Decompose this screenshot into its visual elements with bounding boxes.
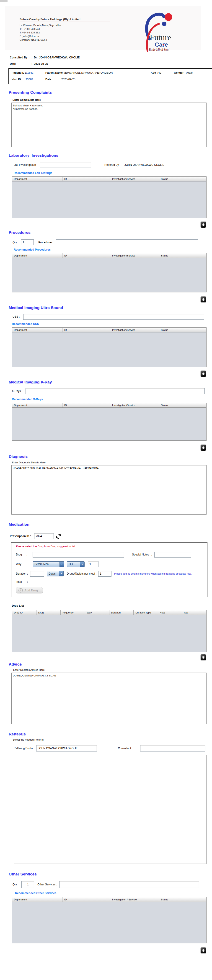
drug-col-drug[interactable]: Drug [37, 610, 61, 615]
other-col-id[interactable]: ID [63, 897, 110, 902]
delete-procedures-button[interactable] [201, 296, 206, 303]
procedures-col-department[interactable]: Department [12, 253, 63, 258]
special-notes-input[interactable] [154, 552, 191, 558]
diagnosis-label: Enter Diagnosis Details Here [12, 461, 212, 464]
drug-col-id[interactable]: Drug ID [12, 610, 37, 615]
other-services-input[interactable] [59, 881, 199, 888]
way-select[interactable]: Before Meal ▼ [33, 562, 64, 567]
xray-col-id[interactable]: ID [63, 403, 110, 407]
frequency-select[interactable]: OD ▼ [67, 562, 85, 567]
uss-col-status[interactable]: Status [159, 328, 206, 332]
duration-input[interactable] [30, 571, 44, 577]
xray-field-row: X-Rays : [12, 388, 212, 394]
lab-col-id[interactable]: ID [63, 177, 110, 181]
drug-input[interactable] [32, 552, 124, 558]
procedures-col-status[interactable]: Status [159, 253, 206, 258]
delete-xray-button[interactable] [201, 444, 206, 451]
reffered-by-label: Reffered By : [104, 163, 120, 167]
duration-unit-select[interactable]: Day/s ▼ [47, 571, 64, 576]
trash-icon [202, 223, 205, 226]
procedures-input[interactable] [56, 239, 198, 245]
times-input[interactable] [88, 561, 98, 567]
other-col-department[interactable]: Department [12, 897, 63, 902]
xray-input[interactable] [26, 388, 205, 394]
duration-unit-value: Day/s [47, 571, 59, 576]
xray-table-body[interactable] [12, 408, 206, 441]
consultation-date-row: Date : 2025-09-25 [10, 62, 212, 65]
refresh-icon[interactable] [56, 533, 61, 539]
complaints-label: Enter Complaints Here [13, 99, 212, 101]
procedures-table-header: Department ID Investigation/Service Stat… [12, 253, 206, 258]
advice-textarea[interactable]: DO REQUESTED CRANIAL CT SCAN [11, 673, 207, 724]
chevron-down-icon: ▼ [80, 562, 84, 566]
date-label: Date [10, 62, 32, 65]
complaints-textarea[interactable]: Slull and chest X-ray seen, All normal, … [11, 103, 207, 147]
recommended-lab-link[interactable]: Recommended Lab Testings [14, 172, 212, 175]
other-col-status[interactable]: Status [159, 897, 206, 902]
lab-col-investigation[interactable]: Investigation/Service [110, 177, 159, 181]
section-title-other-services: Other Services [9, 872, 212, 877]
diagnosis-textarea[interactable]: HEADACHE ? SUDURAL HAEMATOMA R/O INTRACR… [11, 465, 207, 515]
drug-col-frequency[interactable]: Fequency [61, 610, 85, 615]
recommended-other-link[interactable]: Recommended Other Services [15, 892, 212, 895]
lab-table-body[interactable] [12, 181, 206, 218]
uss-col-investigation[interactable]: Investigation/Service [110, 328, 159, 332]
refferal-list-box[interactable] [14, 755, 207, 864]
other-qty-input[interactable] [21, 881, 34, 888]
procedures-col-id[interactable]: ID [63, 253, 110, 258]
total-label: Total : [16, 580, 28, 584]
way-selected-value: Before Meal [33, 562, 59, 566]
xray-col-status[interactable]: Status [159, 403, 206, 407]
lab-investigation-input[interactable] [40, 162, 91, 168]
other-col-investigation[interactable]: Investigation / Service [110, 897, 159, 902]
logo-tagline: Body Mind Soul [149, 48, 169, 51]
delete-uss-button[interactable] [201, 371, 206, 377]
add-drug-button[interactable]: + Add Drug [16, 587, 43, 593]
other-table: Department ID Investigation / Service St… [12, 897, 207, 943]
lab-col-department[interactable]: Department [12, 177, 63, 181]
drug-label: Drug : [16, 553, 27, 556]
procedures-col-investigation[interactable]: Investigation/Service [110, 253, 159, 258]
per-meal-input[interactable] [98, 571, 111, 577]
gender-label: Gender : [174, 71, 187, 74]
prescription-id-input[interactable] [34, 533, 54, 539]
trash-icon [202, 446, 205, 449]
reffering-doctor-label: Reffering Doctor [14, 747, 34, 750]
section-title-ultrasound: Medical Imaging Ultra Sound [9, 305, 212, 310]
drug-col-note[interactable]: Note [158, 610, 182, 615]
drug-col-qty[interactable]: Qty [182, 610, 206, 615]
recommended-uss-link[interactable]: Recommended USS [12, 323, 212, 326]
company-address: Le Chainter,Victoria,Mahe,Seychelles [19, 24, 110, 27]
frequency-selected-value: OD [67, 562, 80, 566]
consulted-by-row: Consulted By : Dr. JOHN OSANWEOKWU OKOLI… [10, 56, 212, 59]
recommended-xray-link[interactable]: Recommended X-Rays [12, 398, 212, 401]
xray-col-department[interactable]: Department [12, 403, 63, 407]
procedures-qty-input[interactable] [21, 239, 34, 245]
procedures-table-body[interactable] [12, 258, 206, 292]
advice-label: Enter Doctor's Advice Here [13, 668, 212, 671]
drug-col-duration[interactable]: Duration [109, 610, 134, 615]
drug-col-way[interactable]: Way [85, 610, 109, 615]
lab-col-status[interactable]: Status [159, 177, 206, 181]
section-title-laboratory: Laboratory Investigations [9, 153, 212, 158]
delete-drugs-button[interactable] [201, 654, 206, 661]
plus-circle-icon: + [18, 588, 23, 593]
visit-id-value: 23683 [26, 78, 33, 81]
drug-table-body[interactable] [12, 615, 206, 652]
delete-lab-items-button[interactable] [201, 221, 206, 228]
other-table-body[interactable] [12, 902, 206, 943]
decimal-note-text: Please add as decimal numbers when addin… [114, 572, 207, 575]
uss-col-id[interactable]: ID [63, 328, 110, 332]
uss-input[interactable] [23, 314, 204, 320]
delete-other-services-button[interactable] [201, 947, 206, 954]
uss-col-department[interactable]: Department [12, 328, 63, 332]
xray-col-investigation[interactable]: Investigation/Service [110, 403, 159, 407]
age-label: Age : [151, 71, 158, 74]
logo-heart-icon: ♥ [162, 43, 164, 46]
recommended-procedures-link[interactable]: Recommended Procedures [14, 248, 212, 251]
reffering-doctor-input[interactable] [36, 745, 97, 751]
drug-col-duration-type[interactable]: Duration Type [133, 610, 158, 615]
uss-table-body[interactable] [12, 332, 206, 367]
consultant-input[interactable] [140, 745, 206, 751]
way-label: Way : [16, 563, 27, 566]
